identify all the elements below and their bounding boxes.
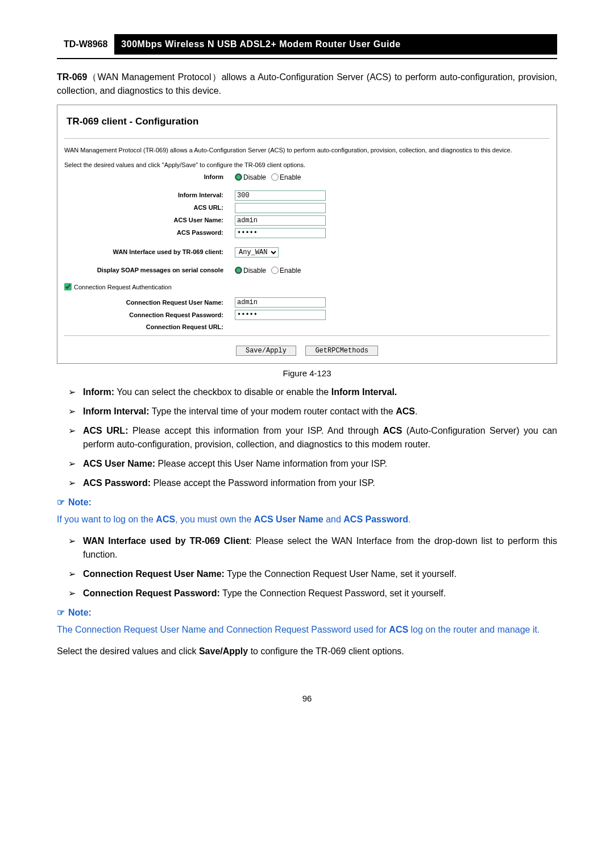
soap-enable-option[interactable]: Enable <box>271 267 301 275</box>
bullet-text: Please accept the Password information f… <box>151 478 375 488</box>
note-text-label: Note: <box>68 497 92 507</box>
row-acs-pass: ACS Password: <box>64 228 550 238</box>
note-pre: If you want to log on the <box>57 514 156 524</box>
radio-label-disable: Disable <box>243 173 266 181</box>
closing-pre: Select the desired values and click <box>57 646 199 656</box>
note-text-label: Note: <box>68 608 92 617</box>
note-1-label: ☞Note: <box>57 496 557 509</box>
input-acs-url[interactable] <box>235 203 326 213</box>
note-2-label: ☞Note: <box>57 606 557 620</box>
figure-title: TR-069 client - Configuration <box>67 114 550 129</box>
closing-bold: Save/Apply <box>199 646 248 656</box>
list-item: Connection Request User Name: Type the C… <box>68 567 557 581</box>
bullet-list-2: WAN Interface used by TR-069 Client: Ple… <box>57 534 557 600</box>
intro-paragraph: TR-069（WAN Management Protocol）allows a … <box>57 70 557 98</box>
inform-radio-group: Disable Enable <box>235 172 550 182</box>
note-pre: The Connection Request User Name and Con… <box>57 625 389 634</box>
paren-open: （ <box>87 72 97 82</box>
label-conn-pass: Connection Request Password: <box>64 310 235 320</box>
bullet-term: Connection Request Password: <box>83 588 220 598</box>
bullet-term: Inform: <box>83 387 114 397</box>
bullet-term: ACS Password: <box>83 478 151 488</box>
bullet-tail-bold: ACS <box>396 406 415 416</box>
label-conn-url: Connection Request URL: <box>64 322 235 332</box>
pointing-hand-icon: ☞ <box>57 496 65 509</box>
note-b3: ACS Password <box>343 514 408 524</box>
inform-disable-radio[interactable] <box>235 173 242 181</box>
soap-enable-radio[interactable] <box>271 267 279 274</box>
inform-disable-option[interactable]: Disable <box>235 173 266 181</box>
label-soap: Display SOAP messages on serial console <box>64 265 235 275</box>
intro-protocol: WAN Management Protocol <box>98 72 211 82</box>
row-acs-user: ACS User Name: <box>64 215 550 226</box>
conn-auth-label[interactable]: Connection Request Authentication <box>64 284 172 290</box>
pointing-hand-icon: ☞ <box>57 606 65 620</box>
select-wan-interface[interactable]: Any_WAN <box>235 247 279 258</box>
figure-subline: Select the desired values and click "App… <box>64 160 550 170</box>
button-row: Save/Apply GetRPCMethods <box>64 343 550 356</box>
conn-auth-text: Connection Request Authentication <box>74 284 172 290</box>
note-mid2: and <box>323 514 344 524</box>
radio-label-enable-2: Enable <box>280 267 301 275</box>
bullet-term: Connection Request User Name: <box>83 569 225 579</box>
note-mid1: , you must own the <box>175 514 254 524</box>
doc-header: TD-W8968 300Mbps Wireless N USB ADSL2+ M… <box>57 34 557 55</box>
bullet-term: WAN Interface used by TR-069 Client <box>83 536 249 546</box>
bullet-text: Please accept this User Name information… <box>155 459 387 468</box>
figure-divider-2 <box>64 335 550 336</box>
label-wan-interface: WAN Interface used by TR-069 client: <box>64 247 235 257</box>
closing-paragraph: Select the desired values and click Save… <box>57 645 557 658</box>
bullet-text: Type the interval time of your modem rou… <box>149 406 396 416</box>
list-item: ACS URL: Please accept this information … <box>68 424 557 451</box>
label-acs-url: ACS URL: <box>64 203 235 213</box>
inform-enable-option[interactable]: Enable <box>271 173 301 181</box>
header-divider <box>57 58 557 59</box>
row-conn-pass: Connection Request Password: <box>64 310 550 320</box>
label-inform: Inform <box>64 172 235 182</box>
list-item: ACS User Name: Please accept this User N… <box>68 457 557 471</box>
input-acs-pass[interactable] <box>235 228 326 238</box>
input-conn-user[interactable] <box>235 297 326 308</box>
note-b1: ACS <box>156 514 175 524</box>
note-2-text: The Connection Request User Name and Con… <box>57 623 557 637</box>
list-item: WAN Interface used by TR-069 Client: Ple… <box>68 534 557 562</box>
soap-disable-option[interactable]: Disable <box>235 267 266 275</box>
checkbox-conn-auth[interactable] <box>64 283 72 290</box>
figure-caption: Figure 4-123 <box>57 367 557 380</box>
label-acs-pass: ACS Password: <box>64 228 235 238</box>
radio-label-disable-2: Disable <box>243 267 266 275</box>
note-b2: ACS User Name <box>254 514 323 524</box>
soap-disable-radio[interactable] <box>235 267 242 274</box>
bullet-text: Please accept this information from your… <box>128 426 383 435</box>
note-1-text: If you want to log on the ACS, you must … <box>57 513 557 526</box>
save-apply-button[interactable]: Save/Apply <box>236 346 296 356</box>
inform-enable-radio[interactable] <box>271 173 279 181</box>
bullet-term: ACS URL: <box>83 426 128 435</box>
label-conn-user: Connection Request User Name: <box>64 298 235 308</box>
row-conn-user: Connection Request User Name: <box>64 297 550 308</box>
intro-term: TR-069 <box>57 72 87 82</box>
row-inform: Inform Disable Enable <box>64 172 550 182</box>
bullet-term: Inform Interval: <box>83 406 149 416</box>
bullet-text: Type the Connection Request Password, se… <box>220 588 446 598</box>
row-conn-url: Connection Request URL: <box>64 322 550 332</box>
closing-post: to configure the TR-069 client options. <box>248 646 404 656</box>
page-number: 96 <box>57 692 557 705</box>
list-item: Inform: You can select the checkbox to d… <box>68 385 557 399</box>
note-tail: log on the router and manage it. <box>408 625 540 634</box>
figure-description: WAN Management Protocol (TR-069) allows … <box>64 146 550 155</box>
input-acs-user[interactable] <box>235 215 326 226</box>
bullet-text: Type the Connection Request User Name, s… <box>225 569 457 579</box>
input-conn-pass[interactable] <box>235 310 326 320</box>
row-wan-interface: WAN Interface used by TR-069 client: Any… <box>64 247 550 258</box>
note-b1: ACS <box>389 625 408 634</box>
figure-divider-1 <box>64 138 550 139</box>
bullet-list-1: Inform: You can select the checkbox to d… <box>57 385 557 490</box>
get-rpc-methods-button[interactable]: GetRPCMethods <box>305 346 378 356</box>
row-conn-auth: Connection Request Authentication <box>64 283 550 292</box>
soap-radio-group: Disable Enable <box>235 265 550 276</box>
figure-screenshot: TR-069 client - Configuration WAN Manage… <box>57 105 557 364</box>
input-inform-interval[interactable] <box>235 190 326 201</box>
note-tail: . <box>408 514 410 524</box>
label-acs-user: ACS User Name: <box>64 215 235 225</box>
